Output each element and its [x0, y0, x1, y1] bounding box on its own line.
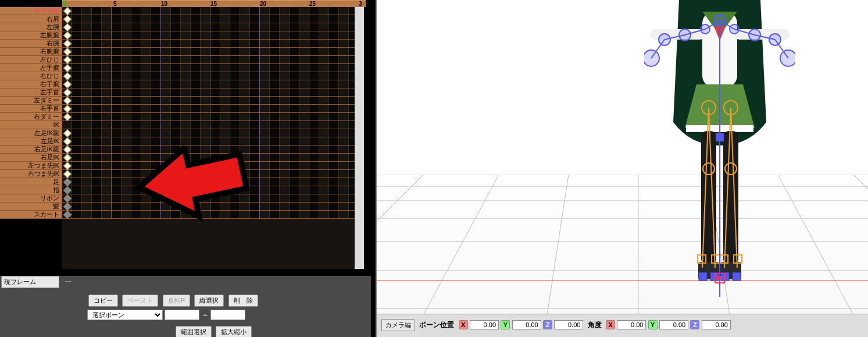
bone-row[interactable]: 右腕捩 [0, 48, 62, 56]
bone-row[interactable]: スカート [0, 211, 62, 219]
copy-button[interactable]: コピー [88, 295, 118, 307]
timeline-row[interactable] [62, 137, 355, 146]
keyframe-icon[interactable] [63, 105, 72, 113]
vertical-scrollbar[interactable] [355, 7, 364, 269]
reverse-button[interactable]: 反転P [163, 295, 190, 307]
keyframe-icon[interactable] [63, 186, 72, 194]
keyframe-icon[interactable] [63, 48, 72, 56]
3d-viewport[interactable] [377, 0, 868, 314]
ang-y-value[interactable]: 0.00 [659, 320, 688, 329]
keyframe-icon[interactable] [63, 15, 72, 23]
pos-z-value[interactable]: 0.00 [554, 320, 583, 329]
delete-button[interactable]: 削 除 [228, 295, 258, 307]
camera-edit-button[interactable]: カメラ編 [381, 319, 415, 331]
timeline-row[interactable] [62, 40, 355, 48]
ang-x-axis-icon[interactable]: X [606, 320, 615, 329]
keyframe-icon[interactable] [63, 178, 72, 186]
bone-row[interactable]: 左足IK親 [0, 129, 62, 137]
keyframe-icon[interactable] [63, 80, 72, 88]
timeline-row[interactable] [62, 64, 355, 72]
timeline-row[interactable] [62, 80, 355, 88]
column-select-button[interactable]: 縦選択 [194, 295, 224, 307]
current-frame-button[interactable]: 現フレーム [1, 276, 59, 288]
timeline-row[interactable] [62, 97, 355, 105]
ang-x-value[interactable]: 0.00 [617, 320, 646, 329]
bone-row[interactable]: 足 [0, 178, 62, 186]
keyframe-icon[interactable] [63, 146, 72, 154]
keyframe-icon[interactable] [63, 203, 72, 211]
bone-row[interactable]: 右腕 [0, 40, 62, 48]
bone-row[interactable]: 左ダミー [0, 97, 62, 105]
timeline-row[interactable] [62, 88, 355, 97]
timeline-row[interactable] [62, 105, 355, 113]
bone-row[interactable]: 左ひじ [0, 56, 62, 64]
bone-row[interactable]: 右つま先IK [0, 170, 62, 178]
timeline-row[interactable] [62, 186, 355, 194]
bone-row[interactable]: IK [0, 121, 62, 129]
bone-row[interactable]: 左腕捩 [0, 31, 62, 40]
timeline-ruler[interactable]: 0 5 10 15 20 25 3 [62, 0, 366, 7]
keyframe-icon[interactable] [63, 129, 72, 137]
timeline-row[interactable] [62, 203, 355, 211]
keyframe-icon[interactable] [63, 211, 72, 219]
bone-row[interactable]: 左手捩 [0, 64, 62, 72]
keyframe-icon[interactable] [63, 194, 72, 203]
timeline-row[interactable] [62, 23, 355, 31]
timeline-row[interactable] [62, 211, 355, 219]
pos-x-value[interactable]: 0.00 [470, 320, 499, 329]
select-bone-dropdown[interactable]: 選択ボーン [87, 310, 163, 320]
keyframe-icon[interactable] [63, 170, 72, 178]
keyframe-icon[interactable] [63, 72, 72, 80]
zoom-button[interactable]: 拡大縮小 [216, 326, 252, 337]
keyframe-icon[interactable] [63, 23, 72, 31]
timeline-row[interactable] [62, 162, 355, 170]
paste-button[interactable]: ペースト [122, 295, 158, 307]
keyframe-icon[interactable] [63, 64, 72, 72]
keyframe-icon[interactable] [63, 7, 72, 15]
timeline-row[interactable] [62, 7, 355, 15]
keyframe-icon[interactable] [63, 88, 72, 97]
bone-row[interactable]: 右肩 [0, 15, 62, 23]
bone-row[interactable]: リボン [0, 194, 62, 203]
pos-y-value[interactable]: 0.00 [512, 320, 541, 329]
keyframe-icon[interactable] [63, 154, 72, 162]
keyframe-icon[interactable] [63, 40, 72, 48]
bone-row[interactable]: 右手首 [0, 105, 62, 113]
pos-x-axis-icon[interactable]: X [459, 320, 468, 329]
bone-row[interactable]: 髪 [0, 203, 62, 211]
timeline-row[interactable] [62, 170, 355, 178]
timeline-row[interactable] [62, 15, 355, 23]
bone-row[interactable]: 左つま先IK [0, 162, 62, 170]
bone-row[interactable]: 左足IK [0, 137, 62, 146]
timeline-grid[interactable] [62, 7, 355, 269]
pos-z-axis-icon[interactable]: Z [543, 320, 552, 329]
timeline-row[interactable] [62, 48, 355, 56]
keyframe-icon[interactable] [63, 56, 72, 64]
ang-z-axis-icon[interactable]: Z [690, 320, 699, 329]
timeline-row[interactable] [62, 178, 355, 186]
ang-y-axis-icon[interactable]: Y [648, 320, 658, 329]
range-select-button[interactable]: 範囲選択 [176, 326, 212, 337]
range-start-input[interactable] [165, 310, 199, 320]
bone-row[interactable]: 右足IK親 [0, 146, 62, 154]
bone-row[interactable]: 右ダミー [0, 113, 62, 121]
bone-row[interactable]: 右足IK [0, 154, 62, 162]
range-end-input[interactable] [210, 310, 245, 320]
bone-row[interactable]: 指 [0, 186, 62, 194]
timeline-row[interactable] [62, 194, 355, 203]
ang-z-value[interactable]: 0.00 [702, 320, 731, 329]
bone-row[interactable]: 全ての親 [0, 7, 62, 15]
bone-row[interactable]: 左手首 [0, 88, 62, 97]
keyframe-icon[interactable] [63, 97, 72, 105]
timeline-row[interactable] [62, 56, 355, 64]
keyframe-icon[interactable] [63, 31, 72, 40]
keyframe-icon[interactable] [63, 137, 72, 146]
timeline-row[interactable] [62, 113, 355, 121]
timeline-row[interactable] [62, 129, 355, 137]
bone-row[interactable]: 左腕 [0, 23, 62, 31]
timeline-row[interactable] [62, 31, 355, 40]
keyframe-icon[interactable] [63, 113, 72, 121]
timeline-row[interactable] [62, 72, 355, 80]
timeline-row[interactable] [62, 146, 355, 154]
pos-y-axis-icon[interactable]: Y [501, 320, 510, 329]
